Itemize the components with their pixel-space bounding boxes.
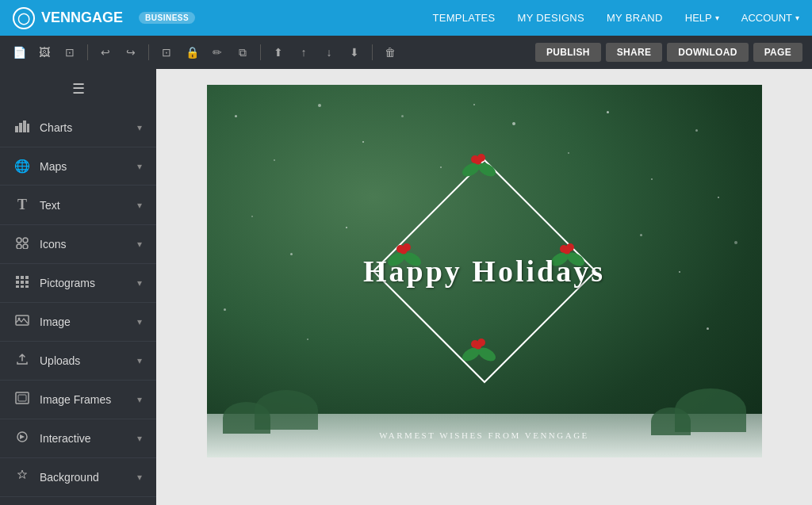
svg-rect-15 [21,285,24,288]
toolbar-move-bottom[interactable]: ⬇ [343,41,366,63]
logo-icon: ◯ [13,7,35,29]
text-chevron: ▾ [137,200,142,211]
share-button[interactable]: SHARE [606,43,663,62]
nav-templates[interactable]: TEMPLATES [433,12,496,24]
icons-label: Icons [40,238,128,251]
nav-account[interactable]: ACCOUNT [741,12,799,24]
toolbar: 📄 🖼 ⊡ ↩ ↪ ⊡ 🔒 ✏ ⧉ ⬆ ↑ ↓ ⬇ 🗑 PUBLISH SHAR… [0,36,812,69]
toolbar-sep1 [87,44,88,60]
svg-rect-19 [16,392,29,404]
design-canvas[interactable]: Happy Holidays Warmest Wishes from Venng… [207,85,762,457]
sidebar-item-image[interactable]: Image ▾ [0,303,156,342]
svg-rect-16 [25,285,29,288]
sidebar-item-image-frames[interactable]: Image Frames ▾ [0,381,156,419]
uploads-icon [14,353,30,369]
top-navigation: ◯ VENNGAGE BUSINESS TEMPLATES MY DESIGNS… [0,0,812,36]
toolbar-move-down[interactable]: ↓ [318,41,340,63]
charts-label: Charts [40,121,128,134]
interactive-icon [14,430,30,446]
toolbar-redo[interactable]: ↪ [120,41,142,63]
text-label: Text [40,199,128,212]
toolbar-action-buttons: PUBLISH SHARE DOWNLOAD PAGE [535,43,802,62]
svg-rect-12 [21,281,24,284]
image-frames-chevron: ▾ [137,394,142,405]
svg-point-26 [474,158,481,165]
background-chevron: ▾ [137,472,142,483]
maps-label: Maps [40,160,128,173]
background-label: Background [40,471,128,484]
toolbar-move-top[interactable]: ⬆ [267,41,289,63]
image-label: Image [40,316,128,328]
toolbar-image1[interactable]: 🖼 [33,41,56,63]
sidebar-item-maps[interactable]: 🌐 Maps ▾ [0,147,156,186]
background-icon [14,469,30,485]
uploads-chevron: ▾ [137,355,142,366]
page-button[interactable]: PAGE [753,43,802,62]
toolbar-delete[interactable]: 🗑 [379,41,401,63]
pictograms-label: Pictograms [40,277,128,289]
sidebar-item-background[interactable]: Background ▾ [0,458,156,497]
svg-rect-20 [18,395,26,401]
nav-links: TEMPLATES MY DESIGNS MY BRAND HELP ACCOU… [433,12,799,24]
download-button[interactable]: DOWNLOAD [667,43,748,62]
nav-my-designs[interactable]: MY DESIGNS [518,12,584,24]
toolbar-lock[interactable]: 🔒 [181,41,203,63]
svg-rect-9 [21,276,24,279]
maps-icon: 🌐 [14,159,30,174]
canvas-area: Happy Holidays Warmest Wishes from Venng… [156,69,812,505]
canvas-subtitle: Warmest Wishes from Venngage [379,430,589,440]
toolbar-undo[interactable]: ↩ [94,41,117,63]
svg-rect-0 [15,126,18,132]
toolbar-new-doc[interactable]: 📄 [8,41,30,63]
toolbar-sep2 [148,44,149,60]
toolbar-move-up[interactable]: ↑ [293,41,315,63]
uploads-label: Uploads [40,354,128,367]
charts-chevron: ▾ [137,122,142,133]
toolbar-copy[interactable]: ⧉ [232,41,254,63]
text-icon: T [14,197,30,213]
logo-text: VENNGAGE [41,10,123,26]
toolbar-sep4 [372,44,373,60]
maps-chevron: ▾ [137,161,142,172]
charts-icon [14,120,30,136]
holly-bottom [459,335,499,366]
sidebar: ☰ Charts ▾ 🌐 Maps ▾ T Text ▾ [0,69,156,505]
image-icon [14,314,30,330]
canvas-title: Happy Holidays [363,254,605,289]
svg-point-4 [17,238,21,243]
toolbar-resize[interactable]: ⊡ [155,41,178,63]
svg-rect-1 [19,123,22,132]
icons-icon [14,236,30,252]
menu-toggle[interactable]: ☰ [0,69,156,109]
svg-rect-13 [25,281,29,284]
toolbar-image2[interactable]: ⊡ [59,41,81,63]
holly-top [459,150,499,182]
svg-rect-14 [16,285,19,288]
svg-rect-3 [27,124,29,132]
nav-my-brand[interactable]: MY BRAND [607,12,663,24]
svg-point-5 [23,238,28,243]
sidebar-item-charts[interactable]: Charts ▾ [0,109,156,147]
publish-button[interactable]: PUBLISH [535,43,601,62]
toolbar-edit[interactable]: ✏ [206,41,228,63]
svg-rect-2 [23,121,26,132]
nav-help[interactable]: HELP [685,12,719,24]
logo[interactable]: ◯ VENNGAGE [13,7,123,29]
svg-point-41 [474,342,481,350]
sidebar-item-uploads[interactable]: Uploads ▾ [0,342,156,381]
sidebar-item-text[interactable]: T Text ▾ [0,186,156,225]
svg-point-6 [17,244,21,249]
sidebar-item-interactive[interactable]: Interactive ▾ [0,419,156,458]
sidebar-item-icons[interactable]: Icons ▾ [0,225,156,264]
svg-rect-10 [25,276,29,279]
image-frames-icon [14,392,30,407]
business-badge: BUSINESS [139,12,195,24]
svg-point-18 [18,318,21,320]
interactive-chevron: ▾ [137,433,142,444]
image-frames-label: Image Frames [40,393,128,406]
main-layout: ☰ Charts ▾ 🌐 Maps ▾ T Text ▾ [0,69,812,505]
svg-rect-11 [16,281,19,284]
image-chevron: ▾ [137,316,142,327]
svg-rect-8 [16,276,19,279]
sidebar-item-pictograms[interactable]: Pictograms ▾ [0,264,156,303]
